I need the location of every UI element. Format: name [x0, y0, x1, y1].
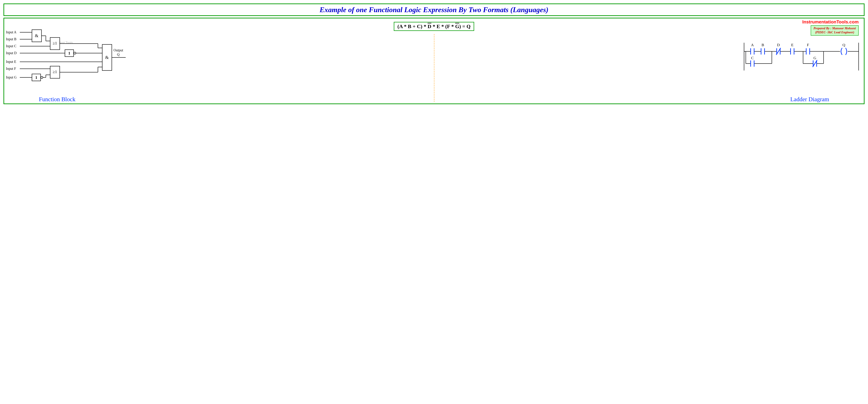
title-bar: Example of one Functional Logic Expressi…	[3, 3, 865, 16]
caption-right: Ladder Diagram	[790, 96, 829, 103]
gate-or2-label: ≥1	[53, 69, 57, 74]
gate-not2-label: 1	[35, 75, 37, 80]
output-label1: Output	[114, 48, 123, 52]
input-g-label: Input G	[6, 75, 17, 79]
ladder-f: F	[807, 43, 809, 47]
vertical-divider	[434, 34, 434, 102]
gate-and1-label: &	[35, 33, 38, 38]
ladder-q: Q	[842, 43, 845, 47]
diagram-panel: (A * B + C) * D * E * (F * G) = Q Instru…	[3, 18, 865, 104]
credit-box: Prepared By : Mansoor Mohseni (PIDEC- I&…	[811, 25, 859, 36]
gate-andfinal-label: &	[105, 55, 109, 60]
credit-line1: Prepared By : Mansoor Mohseni	[813, 26, 856, 30]
expression-box: (A * B + C) * D * E * (F * G) = Q	[394, 22, 474, 31]
expr-prefix: (A * B + C) *	[397, 24, 428, 29]
site-link: InstrumentationTools.com	[802, 19, 859, 25]
input-a-label: Input A	[6, 30, 17, 34]
input-c-label: Input C	[6, 44, 17, 48]
function-block-svg: & ≥1 1 ≥1 1 & Input A Input B Input C In…	[4, 27, 129, 90]
ladder-d: D	[777, 43, 780, 47]
expr-gbar: G	[455, 24, 459, 29]
ladder-a: A	[751, 43, 754, 47]
input-e-label: Input E	[6, 60, 16, 64]
expr-dbar: D	[428, 24, 431, 29]
ladder-e: E	[791, 43, 793, 47]
expr-suffix: ) = Q	[459, 24, 470, 29]
input-f-label: Input F	[6, 67, 16, 71]
ladder-b: B	[762, 43, 764, 47]
credit-line2: (PIDEC- I&C Lead Engineer)	[813, 30, 856, 34]
input-d-label: Input D	[6, 51, 17, 55]
output-label2: Q	[117, 53, 120, 56]
caption-left: Function Block	[39, 96, 75, 103]
ladder-svg: A B C D E F G Q	[741, 39, 862, 84]
svg-point-23	[41, 76, 43, 79]
ladder-g: G	[813, 56, 816, 60]
svg-point-16	[74, 52, 76, 54]
gate-not1-label: 1	[68, 51, 70, 55]
input-b-label: Input B	[6, 37, 17, 41]
gate-or1-label: ≥1	[53, 41, 57, 45]
expr-mid: * E * (F *	[431, 24, 455, 29]
ladder-c: C	[751, 56, 754, 60]
page-title: Example of one Functional Logic Expressi…	[8, 5, 860, 14]
